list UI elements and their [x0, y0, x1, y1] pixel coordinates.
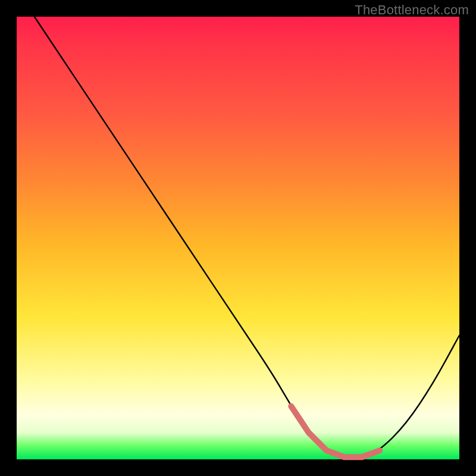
page-frame: TheBottleneck.com	[0, 0, 476, 476]
curve-path	[35, 17, 459, 457]
chart-plot-area	[17, 17, 459, 459]
curve-minimum-highlight	[291, 406, 380, 458]
bottleneck-curve	[17, 17, 459, 459]
watermark-text: TheBottleneck.com	[355, 2, 469, 18]
